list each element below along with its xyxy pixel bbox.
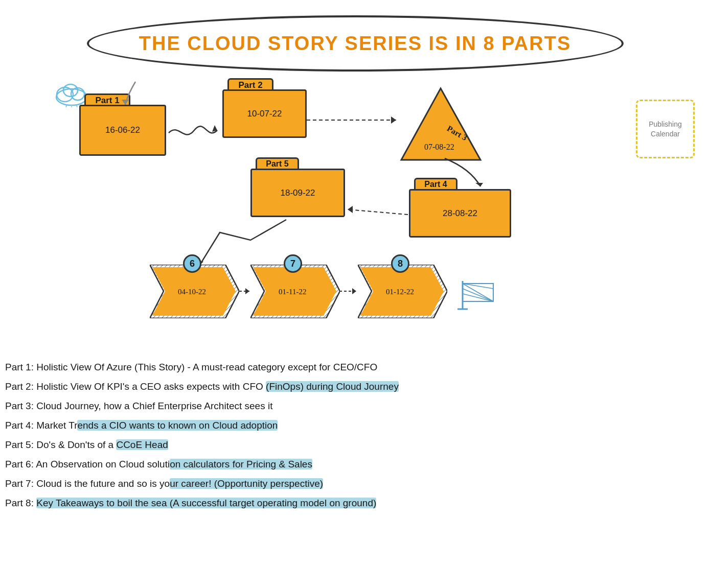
desc-line-1: Part 1: Holistic View Of Azure (This Sto… xyxy=(5,358,705,377)
svg-line-31 xyxy=(348,209,408,215)
main-container: THE CLOUD STORY SERIES IS IN 8 PARTS Par… xyxy=(0,0,710,588)
part5-body: 18-09-22 xyxy=(250,169,345,217)
desc-line-6: Part 6: An Observation on Cloud solution… xyxy=(5,455,705,474)
part3-triangle: Part 3 07-08-22 xyxy=(399,86,483,162)
part1-date: 16-06-22 xyxy=(105,125,140,135)
title-oval-container: THE CLOUD STORY SERIES IS IN 8 PARTS xyxy=(87,15,624,72)
part6-wrapper: 04-10-22 6 xyxy=(150,265,239,320)
num-circle-6: 6 xyxy=(183,254,201,273)
svg-marker-30 xyxy=(475,183,483,186)
part6-chevron: 04-10-22 xyxy=(150,265,239,318)
svg-text:07-08-22: 07-08-22 xyxy=(424,143,454,151)
desc-line-8: Part 8: Key Takeaways to boil the sea (A… xyxy=(5,493,705,513)
num-circle-7: 7 xyxy=(284,254,302,273)
part2-body: 10-07-22 xyxy=(222,89,307,138)
desc-line-2: Part 2: Holistic View Of KPI's a CEO ask… xyxy=(5,377,705,396)
part8-wrapper: 01-12-22 8 xyxy=(358,265,447,320)
desc-line-3: Part 3: Cloud Journey, how a Chief Enter… xyxy=(5,396,705,416)
part7-wrapper: 01-11-22 7 xyxy=(250,265,340,320)
svg-line-4 xyxy=(66,105,66,107)
publishing-calendar-text: PublishingCalendar xyxy=(649,120,682,138)
part8-chevron: 01-12-22 xyxy=(358,265,447,318)
highlight-calc: on calculators for Pricing & Sales xyxy=(170,459,312,469)
highlight-career: ur career! (Opportunity perspective) xyxy=(170,478,323,489)
svg-text:01-11-22: 01-11-22 xyxy=(279,288,306,296)
part4-date: 28-08-22 xyxy=(443,208,477,219)
part4-body: 28-08-22 xyxy=(409,189,511,238)
highlight-finops: (FinOps) during Cloud Journey xyxy=(266,381,399,392)
part3-container: Part 3 07-08-22 xyxy=(399,86,483,164)
publishing-calendar: PublishingCalendar xyxy=(636,100,695,158)
svg-text:04-10-22: 04-10-22 xyxy=(178,288,206,296)
highlight-ccoe: CCoE Head xyxy=(116,439,168,450)
desc-line-7: Part 7: Cloud is the future and so is yo… xyxy=(5,474,705,493)
desc-line-5: Part 5: Do's & Don'ts of a CCoE Head xyxy=(5,435,705,455)
svg-line-6 xyxy=(77,105,77,107)
highlight-takeaways: Key Takeaways to boil the sea (A success… xyxy=(36,498,376,508)
desc-line-4: Part 4: Market Trends a CIO wants to kno… xyxy=(5,416,705,435)
description-list: Part 1: Holistic View Of Azure (This Sto… xyxy=(5,358,705,513)
svg-marker-37 xyxy=(352,288,356,294)
svg-text:01-12-22: 01-12-22 xyxy=(386,288,414,296)
svg-marker-35 xyxy=(245,288,249,294)
flag-icon xyxy=(455,278,501,312)
part4-tab: Part 4 xyxy=(414,178,457,189)
svg-marker-29 xyxy=(391,116,396,124)
page-title: THE CLOUD STORY SERIES IS IN 8 PARTS xyxy=(139,33,571,55)
num-circle-8: 8 xyxy=(391,254,409,273)
part5-tab: Part 5 xyxy=(256,157,299,169)
highlight-trends: ends a CIO wants to known on Cloud adopt… xyxy=(77,420,278,431)
part1-body: 16-06-22 xyxy=(79,105,166,156)
svg-marker-27 xyxy=(212,125,217,132)
part2-date: 10-07-22 xyxy=(247,109,282,119)
part7-chevron: 01-11-22 xyxy=(250,265,340,318)
svg-marker-32 xyxy=(348,206,353,213)
part5-date: 18-09-22 xyxy=(280,188,315,198)
